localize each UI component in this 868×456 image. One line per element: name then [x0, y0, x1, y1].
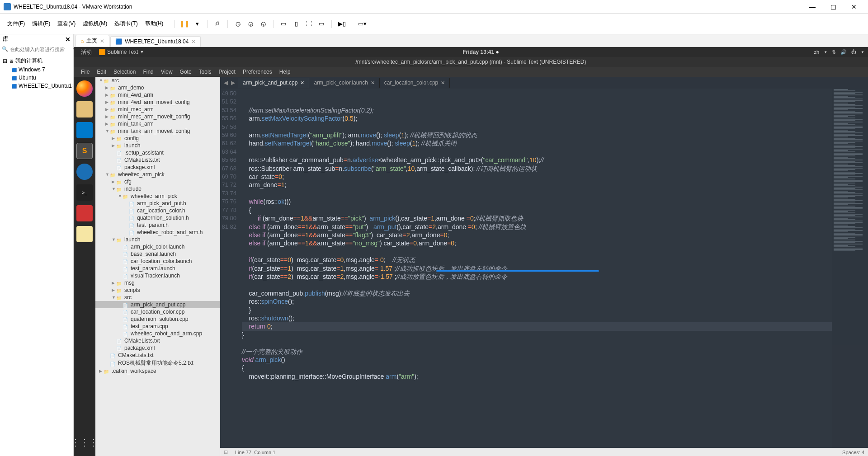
folder-item[interactable]: ▼src — [95, 294, 220, 301]
vscode-icon[interactable] — [76, 122, 93, 138]
file-item[interactable]: quaternion_solution.h — [95, 214, 220, 221]
folder-item[interactable]: ▶mini_tank_arm — [95, 120, 220, 127]
folder-item[interactable]: ▼wheeltec_arm_pick — [95, 193, 220, 200]
file-item[interactable]: wheeltec_robot_and_arm.h — [95, 229, 220, 236]
search-input[interactable] — [10, 47, 72, 52]
close-icon[interactable]: ✕ — [300, 80, 304, 86]
file-item[interactable]: .setup_assistant — [95, 149, 220, 156]
tab-home[interactable]: ⌂主页✕ — [75, 35, 109, 47]
pause-icon[interactable]: ❚❚ — [179, 19, 190, 29]
file-item[interactable]: car_location_color.launch — [95, 258, 220, 265]
menu-view[interactable]: 查看(V) — [54, 20, 79, 28]
screen-icon[interactable]: ▭ — [278, 19, 289, 29]
folder-item[interactable]: ▶mini_mec_arm — [95, 106, 220, 113]
system-tray[interactable]: zh▼ ⇅ 🔊 ⏻ ▼ — [814, 49, 864, 55]
menu-selection[interactable]: Selection — [110, 69, 139, 75]
folder-item[interactable]: ▶scripts — [95, 287, 220, 294]
close-icon[interactable]: ✕ — [100, 38, 104, 44]
tree-vm[interactable]: Windows 7 — [1, 66, 72, 74]
terminal-icon[interactable]: >_ — [76, 184, 93, 201]
menu-vm[interactable]: 虚拟机(M) — [79, 20, 111, 28]
dropdown-icon[interactable]: ▾ — [192, 19, 203, 29]
close-icon[interactable]: ✕ — [191, 38, 196, 45]
nav-back-icon[interactable]: ◀ — [224, 80, 228, 86]
file-item[interactable]: test_param.launch — [95, 265, 220, 272]
app-icon[interactable] — [76, 205, 93, 221]
tool-icon[interactable]: ◷ — [232, 19, 243, 29]
screen-icon[interactable]: ⛶ — [303, 19, 314, 29]
notes-icon[interactable] — [76, 226, 93, 242]
folder-item[interactable]: ▶mini_mec_arm_moveit_config — [95, 113, 220, 120]
app-indicator[interactable]: Sublime Text▼ — [95, 49, 147, 55]
sublime-sidebar[interactable]: ▼src▶arm_demo▶mini_4wd_arm▶mini_4wd_arm_… — [95, 77, 220, 456]
tab-vm[interactable]: 🟦WHEELTEC_Ubuntu18.04✕ — [110, 36, 201, 47]
file-item[interactable]: car_location_color.cpp — [95, 308, 220, 315]
extra-icon[interactable]: ▭▾ — [357, 19, 368, 29]
file-item[interactable]: CMakeLists.txt — [95, 337, 220, 344]
file-item[interactable]: arm_pick_and_put.cpp — [95, 301, 220, 308]
file-item[interactable]: test_param.cpp — [95, 323, 220, 330]
menu-find[interactable]: Find — [139, 69, 157, 75]
menu-tabs[interactable]: 选项卡(T) — [111, 20, 141, 28]
code-area[interactable]: //arm.setMaxAccelerationScalingFactor(0.… — [242, 89, 832, 448]
folder-item[interactable]: ▼include — [95, 185, 220, 193]
menu-file[interactable]: 文件(F) — [4, 20, 28, 28]
folder-item[interactable]: ▼mini_tank_arm_moveit_config — [95, 127, 220, 135]
app-icon[interactable] — [76, 164, 93, 180]
file-item[interactable]: package.xml — [95, 164, 220, 171]
file-item[interactable]: ROS机械臂常用功能命令5.2.txt — [95, 359, 220, 367]
clock[interactable]: Friday 13:41 ● — [147, 49, 814, 55]
library-search[interactable]: 🔍 ▼ — [0, 44, 73, 54]
file-item[interactable]: CMakeLists.txt — [95, 352, 220, 359]
file-item[interactable]: car_location_color.h — [95, 207, 220, 214]
tree-root[interactable]: ⊟我的计算机 — [1, 56, 72, 66]
activities-button[interactable]: 活动 — [77, 48, 95, 56]
tool-icon[interactable]: ◶ — [245, 19, 256, 29]
close-icon[interactable]: ✕ — [441, 80, 445, 86]
send-icon[interactable]: ⎙ — [212, 19, 223, 29]
show-apps-icon[interactable]: ⋮⋮⋮ — [76, 434, 93, 451]
menu-edit[interactable]: 编辑(E) — [28, 20, 54, 28]
folder-item[interactable]: ▶.catkin_workspace — [95, 367, 220, 375]
close-icon[interactable]: ✕ — [371, 80, 375, 86]
file-item[interactable]: base_serial.launch — [95, 250, 220, 258]
file-item[interactable]: CMakeLists.txt — [95, 156, 220, 164]
screen-icon[interactable]: ▯ — [291, 19, 302, 29]
folder-item[interactable]: ▼launch — [95, 236, 220, 243]
minimize-button[interactable]: — — [802, 0, 823, 14]
file-item[interactable]: quaternion_solution.cpp — [95, 315, 220, 323]
file-item[interactable]: test_param.h — [95, 221, 220, 229]
folder-item[interactable]: ▶cfg — [95, 178, 220, 185]
menu-help[interactable]: Help — [276, 69, 294, 75]
firefox-icon[interactable] — [76, 80, 93, 97]
file-item[interactable]: wheeltec_robot_and_arm.cpp — [95, 330, 220, 337]
folder-item[interactable]: ▶msg — [95, 279, 220, 287]
menu-view[interactable]: View — [157, 69, 176, 75]
screen-icon[interactable]: ▭ — [316, 19, 327, 29]
editor-tab[interactable]: car_location_color.cpp✕ — [380, 78, 450, 88]
maximize-button[interactable]: ▢ — [823, 0, 844, 14]
menu-project[interactable]: Project — [215, 69, 239, 75]
fullscreen-icon[interactable]: ▶▯ — [336, 19, 347, 29]
folder-item[interactable]: ▶launch — [95, 142, 220, 149]
menu-tools[interactable]: Tools — [195, 69, 215, 75]
tool-icon[interactable]: ◵ — [258, 19, 269, 29]
folder-item[interactable]: ▼src — [95, 77, 220, 84]
file-item[interactable]: arm_pick_color.launch — [95, 243, 220, 250]
tree-vm[interactable]: Ubuntu — [1, 74, 72, 82]
file-item[interactable]: visualTracker.launch — [95, 272, 220, 279]
close-icon[interactable]: ✕ — [65, 36, 71, 43]
folder-item[interactable]: ▶mini_4wd_arm_moveit_config — [95, 99, 220, 106]
editor-tab[interactable]: arm_pick_color.launch✕ — [309, 78, 379, 88]
folder-item[interactable]: ▶mini_4wd_arm — [95, 91, 220, 99]
file-item[interactable]: arm_pick_and_put.h — [95, 200, 220, 207]
folder-item[interactable]: ▶config — [95, 135, 220, 142]
folder-item[interactable]: ▶arm_demo — [95, 84, 220, 91]
menu-goto[interactable]: Goto — [176, 69, 195, 75]
editor-tab[interactable]: arm_pick_and_put.cpp✕ — [238, 78, 309, 88]
folder-item[interactable]: ▼wheeltec_arm_pick — [95, 171, 220, 178]
sublime-icon[interactable]: S — [76, 143, 93, 159]
menu-file[interactable]: File — [77, 69, 93, 75]
nav-fwd-icon[interactable]: ▶ — [231, 80, 235, 86]
file-item[interactable]: package.xml — [95, 344, 220, 352]
